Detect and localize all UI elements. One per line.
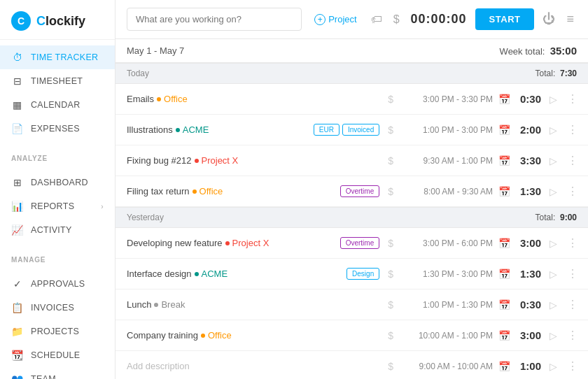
sidebar-item-invoices[interactable]: 📋 INVOICES (0, 296, 115, 320)
add-project-button[interactable]: + Project (309, 11, 362, 28)
power-icon[interactable]: ⏻ (540, 9, 558, 29)
table-row: Emails Office $ 3:00 PM - 3:30 PM 📅 0:30… (115, 84, 588, 115)
time-range: 3:00 PM - 6:00 PM (402, 238, 493, 248)
time-range: 1:00 PM - 1:30 PM (402, 300, 493, 310)
day-header-today: Today Total: 7:30 (115, 63, 588, 84)
sidebar-item-calendar[interactable]: ▦ CALENDAR (0, 93, 115, 117)
search-input[interactable] (127, 8, 302, 31)
more-options-button[interactable]: ⋮ (566, 267, 580, 280)
entry-duration: 3:30 (516, 155, 541, 166)
manage-section-label: MANAGE (0, 248, 115, 266)
sidebar-item-label: PROJECTS (31, 327, 79, 336)
overtime-badge: Overtime (340, 237, 380, 249)
play-button[interactable]: ▷ (547, 94, 560, 105)
day-total: Total: 9:00 (536, 213, 577, 222)
play-button[interactable]: ▷ (547, 155, 560, 166)
billable-icon[interactable]: $ (385, 155, 396, 166)
overtime-badge: Overtime (340, 185, 380, 197)
time-range: 8:00 AM - 9:30 AM (402, 187, 493, 196)
billable-icon[interactable]: $ (385, 269, 396, 280)
billable-icon[interactable]: $ (385, 299, 396, 310)
project-dot (176, 128, 180, 132)
sidebar-item-time-tracker[interactable]: ⏱ TIME TRACKER (0, 45, 115, 69)
dollar-icon[interactable]: $ (391, 10, 402, 29)
week-total: Week total: 35:00 (500, 45, 577, 57)
play-button[interactable]: ▷ (547, 186, 560, 197)
calendar-entry-icon[interactable]: 📅 (498, 124, 510, 136)
week-total-label: Week total: (500, 46, 545, 57)
calendar-entry-icon[interactable]: 📅 (498, 361, 510, 372)
entry-duration: 0:30 (516, 93, 541, 105)
calendar-entry-icon[interactable]: 📅 (498, 186, 510, 197)
day-label: Yesterday (127, 213, 164, 222)
timesheet-icon: ⊟ (11, 76, 24, 87)
start-button[interactable]: START (475, 8, 535, 30)
entry-name: Filing tax return (127, 186, 190, 196)
more-options-button[interactable]: ⋮ (566, 329, 580, 342)
project-dot (201, 334, 205, 338)
entry-badges: Design (346, 268, 379, 280)
entry-description: Company training Office (127, 330, 379, 341)
activity-icon: 📈 (11, 224, 24, 236)
calendar-entry-icon[interactable]: 📅 (498, 94, 510, 105)
more-options-button[interactable]: ⋮ (566, 298, 580, 311)
entry-duration: 1:00 (516, 360, 541, 372)
play-button[interactable]: ▷ (547, 361, 560, 372)
sidebar-item-dashboard[interactable]: ⊞ DASHBOARD (0, 171, 115, 194)
entry-name: Company training (127, 330, 198, 341)
entry-name: Illustrations (127, 124, 173, 135)
more-options-button[interactable]: ⋮ (566, 359, 580, 373)
calendar-entry-icon[interactable]: 📅 (498, 238, 510, 249)
entry-description: Filing tax return Office (127, 186, 335, 196)
play-button[interactable]: ▷ (547, 299, 560, 310)
billable-icon[interactable]: $ (385, 94, 396, 105)
sidebar-item-label: ACTIVITY (31, 225, 72, 235)
billable-icon[interactable]: $ (385, 361, 396, 372)
sidebar-item-approvals[interactable]: ✓ APPROVALS (0, 272, 115, 296)
calendar-entry-icon[interactable]: 📅 (498, 155, 510, 166)
more-options-button[interactable]: ⋮ (566, 236, 580, 250)
plus-icon: + (314, 14, 326, 25)
tag-icon[interactable]: 🏷 (368, 10, 385, 29)
more-options-button[interactable]: ⋮ (566, 185, 580, 198)
entry-name: Developing new feature (127, 238, 223, 248)
sidebar-item-schedule[interactable]: 📆 SCHEDULE (0, 343, 115, 367)
more-options-button[interactable]: ⋮ (566, 123, 580, 136)
sidebar-item-label: TIMESHEET (31, 76, 83, 86)
table-row: Developing new feature Project X Overtim… (115, 228, 588, 259)
play-button[interactable]: ▷ (547, 330, 560, 341)
project-name: Project X (232, 238, 270, 248)
calendar-icon: ▦ (11, 99, 24, 110)
calendar-entry-icon[interactable]: 📅 (498, 299, 510, 310)
sidebar-item-expenses[interactable]: 📄 EXPENSES (0, 117, 115, 141)
more-options-button[interactable]: ⋮ (566, 92, 580, 106)
play-button[interactable]: ▷ (547, 269, 560, 280)
more-options-button[interactable]: ⋮ (566, 154, 580, 167)
billable-icon[interactable]: $ (385, 238, 396, 249)
project-dot (225, 241, 230, 245)
calendar-entry-icon[interactable]: 📅 (498, 330, 510, 341)
sidebar-item-team[interactable]: 👥 TEAM (0, 367, 115, 379)
sidebar-item-projects[interactable]: 📁 PROJECTS (0, 320, 115, 343)
sidebar-item-reports[interactable]: 📊 REPORTS › (0, 194, 115, 218)
time-range: 9:30 AM - 1:00 PM (402, 156, 493, 166)
play-button[interactable]: ▷ (547, 238, 560, 249)
sidebar-item-timesheet[interactable]: ⊟ TIMESHEET (0, 69, 115, 93)
play-button[interactable]: ▷ (547, 124, 560, 136)
billable-icon[interactable]: $ (385, 124, 396, 136)
menu-icon[interactable]: ≡ (564, 9, 577, 29)
table-row: Lunch Break $ 1:00 PM - 1:30 PM 📅 0:30 ▷… (115, 289, 588, 320)
sidebar-item-label: TEAM (31, 374, 56, 379)
entry-duration: 1:30 (516, 268, 541, 280)
billable-icon[interactable]: $ (385, 330, 396, 341)
sidebar-item-activity[interactable]: 📈 ACTIVITY (0, 218, 115, 242)
table-row: Company training Office $ 10:00 AM - 1:0… (115, 320, 588, 351)
topbar-actions: + Project 🏷 $ 00:00:00 START ⏻ ≡ (309, 8, 577, 30)
table-row: Add description $ 9:00 AM - 10:00 AM 📅 1… (115, 351, 588, 379)
billable-icon[interactable]: $ (385, 186, 396, 197)
project-name: Break (161, 299, 185, 310)
time-range: 10:00 AM - 1:00 PM (402, 331, 493, 341)
calendar-entry-icon[interactable]: 📅 (498, 269, 510, 280)
entry-description: Emails Office (127, 94, 379, 104)
projects-icon: 📁 (11, 326, 24, 337)
